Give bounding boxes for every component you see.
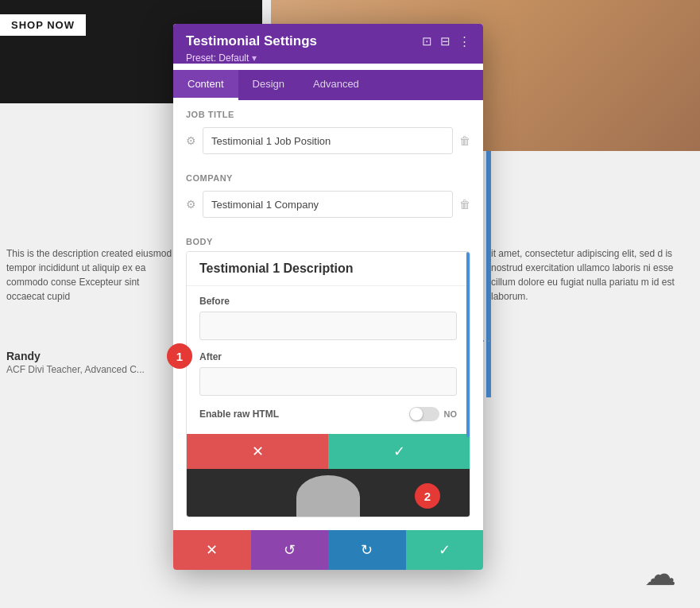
job-title-delete-icon[interactable]: 🗑 bbox=[459, 134, 470, 147]
page-body-text-left: This is the description created eiusmod … bbox=[6, 246, 173, 304]
job-title-input[interactable] bbox=[203, 127, 453, 154]
description-modal-actions: ✕ ✓ bbox=[187, 434, 470, 469]
bottom-undo-button[interactable]: ↺ bbox=[251, 530, 329, 570]
badge-1: 1 bbox=[167, 343, 192, 369]
before-input[interactable] bbox=[199, 312, 457, 340]
company-label: Company bbox=[173, 164, 483, 188]
description-confirm-button[interactable]: ✓ bbox=[328, 434, 470, 469]
bottom-cancel-button[interactable]: ✕ bbox=[173, 530, 251, 570]
description-modal-body: Before After Enable raw HTML NO bbox=[187, 286, 470, 434]
panel-tabs: Content Design Advanced bbox=[173, 70, 483, 100]
split-icon[interactable]: ⊟ bbox=[440, 34, 451, 48]
expand-icon[interactable]: ⊡ bbox=[422, 34, 432, 48]
job-title-label: Job Title bbox=[173, 100, 483, 124]
job-title-field-row: ⚙ 🗑 bbox=[173, 124, 483, 157]
company-input[interactable] bbox=[203, 191, 453, 218]
company-gear-icon[interactable]: ⚙ bbox=[186, 198, 196, 211]
avatar bbox=[296, 475, 360, 518]
author-name: Randy ACF Divi Teacher, Advanced C... bbox=[6, 350, 145, 375]
after-input[interactable] bbox=[199, 367, 457, 396]
tab-content[interactable]: Content bbox=[173, 70, 238, 100]
shop-now-badge: SHOP NOW bbox=[0, 14, 86, 36]
enable-raw-html-row: Enable raw HTML NO bbox=[199, 407, 457, 421]
preset-selector[interactable]: Preset: Default ▾ bbox=[186, 52, 470, 64]
enable-raw-html-label: Enable raw HTML bbox=[199, 409, 279, 420]
toggle-wrapper: NO bbox=[409, 407, 458, 421]
description-cancel-button[interactable]: ✕ bbox=[187, 434, 328, 469]
bottom-save-button[interactable]: ✓ bbox=[406, 530, 484, 570]
after-label: After bbox=[199, 351, 457, 362]
description-scrollbar[interactable] bbox=[466, 252, 470, 437]
panel-title: Testimonial Settings bbox=[186, 33, 317, 49]
bottom-toolbar: ✕ ↺ ↻ ✓ bbox=[173, 530, 483, 570]
company-field-row: ⚙ 🗑 bbox=[173, 188, 483, 221]
description-modal: Testimonial 1 Description Before After E… bbox=[186, 251, 470, 517]
cloud-icon: ☁ bbox=[644, 556, 676, 592]
job-title-gear-icon[interactable]: ⚙ bbox=[186, 134, 196, 147]
panel-header: Testimonial Settings ⊡ ⊟ ⋮ Preset: Defau… bbox=[173, 24, 483, 64]
panel-body: Job Title ⚙ 🗑 Company ⚙ 🗑 Body Testimoni… bbox=[173, 100, 483, 530]
body-label: Body bbox=[173, 227, 483, 251]
badge-2: 2 bbox=[415, 483, 440, 509]
raw-html-toggle[interactable] bbox=[409, 407, 439, 421]
bottom-redo-button[interactable]: ↻ bbox=[328, 530, 406, 570]
description-modal-title: Testimonial 1 Description bbox=[199, 261, 457, 276]
toggle-state-label: NO bbox=[444, 409, 458, 419]
page-body-text-right: it amet, consectetur adipiscing elit, se… bbox=[491, 246, 682, 304]
before-label: Before bbox=[199, 296, 457, 307]
tab-design[interactable]: Design bbox=[238, 70, 299, 100]
more-icon[interactable]: ⋮ bbox=[458, 34, 470, 48]
tab-advanced[interactable]: Advanced bbox=[299, 70, 373, 100]
company-delete-icon[interactable]: 🗑 bbox=[459, 198, 470, 211]
toggle-thumb bbox=[410, 408, 423, 420]
